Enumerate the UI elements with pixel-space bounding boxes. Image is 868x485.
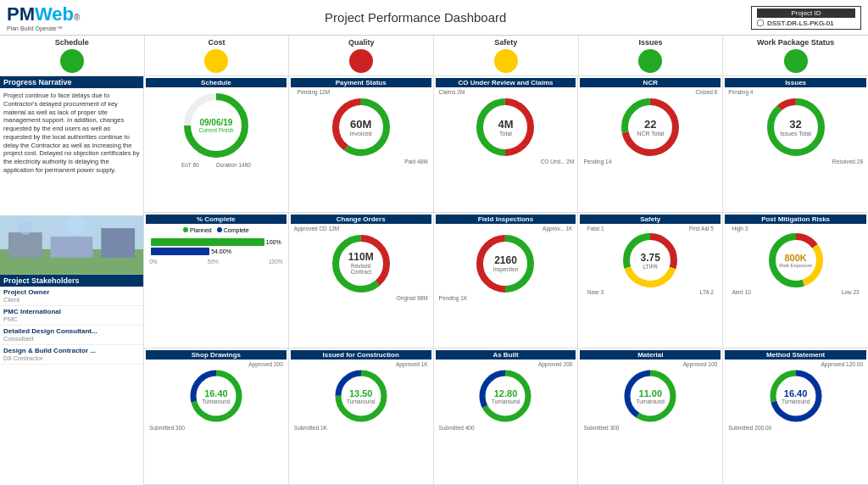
header: PMWeb® Plan Build Operate™ Project Perfo…	[0, 0, 868, 36]
project-id-checkbox[interactable]	[757, 20, 764, 26]
bar-complete	[151, 248, 209, 255]
svg-rect-2	[8, 232, 42, 258]
dashboard-row-2: % Complete Planned Complete 100% 54.00%	[144, 213, 868, 349]
sd-donut: 16.40 Turnaround	[183, 367, 249, 425]
ms-donut: 16.40 Turnaround	[763, 367, 829, 425]
project-id-value: DSST-DR-LS-PKG-01	[757, 20, 855, 27]
project-id-box: Project ID DSST-DR-LS-PKG-01	[751, 6, 861, 30]
bar-planned	[151, 238, 264, 246]
pmr-sublabel: Risk Exposure	[779, 263, 812, 268]
schedule-annotations: EoT 60 Duration 1460	[181, 162, 251, 168]
pmr-low: Low 23	[842, 289, 860, 295]
pmr-value: 800K	[779, 253, 812, 263]
schedule-duration: Duration 1460	[216, 162, 251, 168]
fi-value: 2160	[493, 254, 519, 266]
ab-submitted: Submitted 400	[439, 425, 475, 431]
sd-submitted: Submitted 300	[149, 425, 185, 431]
ms-value: 16.40	[782, 388, 810, 399]
co-cell: CO Under Review and Claims Claims 2M 4M …	[434, 76, 579, 212]
stakeholder-1-name: PMC International	[3, 308, 140, 315]
ifc-value: 13.50	[347, 388, 375, 399]
schedule-cell: Schedule 09/06/19 Current Finish EoT 60 …	[144, 76, 289, 212]
logo-web: Web	[35, 3, 74, 25]
ifc-submitted: Submitted 1K	[294, 425, 327, 431]
axis-100: 100%	[269, 259, 283, 265]
issues-indicator	[638, 49, 662, 73]
stakeholders-title: Project Stakeholders	[0, 275, 143, 287]
issues-cell: Issues Pending 4 32 Issues Total Resolve…	[723, 76, 868, 212]
logo-tagline: Plan Build Operate™	[7, 25, 80, 31]
post-mitigation-cell: Post Mitigation Risks High 3 800K Risk E…	[723, 213, 868, 348]
workpackage-indicator	[784, 49, 808, 73]
ms-approved: Approved 120.00	[821, 361, 863, 367]
ncr-value: 22	[637, 118, 664, 131]
ncr-title: NCR	[580, 78, 721, 87]
stakeholders-list: Project Owner Client PMC International P…	[0, 287, 143, 365]
pmr-top-labels: High 3	[732, 226, 860, 231]
ncr-donut: 22 NCR Total	[616, 95, 684, 159]
mat-value: 11.00	[637, 388, 665, 399]
payment-sublabel: Invoiced	[350, 131, 372, 137]
payment-donut: 60M Invoiced	[327, 95, 395, 159]
status-issues-label: Issues	[638, 38, 662, 47]
ab-value: 12.80	[492, 388, 520, 399]
project-image	[0, 215, 143, 275]
schedule-date: 09/06/19	[198, 118, 233, 127]
logo-pm: PM	[7, 3, 35, 25]
status-workpackage: Work Package Status	[723, 36, 868, 75]
field-inspections-cell: Field Inspections Approv... 1K 2160 Insp…	[434, 213, 579, 348]
schedule-sublabel: Current Finish	[198, 127, 233, 133]
change-orders-title: Change Orders	[291, 215, 431, 224]
pmr-donut: 800K Risk Exposure	[762, 231, 830, 289]
left-panel: Progress Narrative Project continue to f…	[0, 76, 144, 485]
status-safety: Safety	[434, 36, 579, 75]
safety-indicator	[494, 49, 518, 73]
bar-planned-pct: 100%	[266, 239, 281, 245]
issues-title: Issues	[725, 78, 866, 87]
co-donut2: 110M Revised Contract	[327, 231, 395, 295]
status-quality-label: Quality	[348, 38, 375, 47]
sd-sublabel: Turnaround	[202, 399, 230, 404]
ifc-sublabel: Turnaround	[347, 399, 375, 404]
status-quality: Quality	[289, 36, 434, 75]
co-title: CO Under Review and Claims	[436, 78, 576, 87]
as-built-title: As Built	[436, 350, 576, 360]
safety-fatal: Fatal 1	[587, 226, 604, 231]
ab-sublabel: Turnaround	[492, 399, 520, 404]
status-cost: Cost	[145, 36, 290, 75]
co-sublabel2: Revised Contract	[344, 263, 378, 275]
safety-first-aid: First Aid 5	[689, 226, 714, 231]
safety-bottom-labels: Near 3 LTA 2	[587, 289, 714, 295]
material-title: Material	[580, 350, 721, 360]
fi-donut: 2160 Inspection	[471, 231, 539, 295]
progress-narrative-title: Progress Narrative	[0, 76, 143, 88]
mat-sublabel: Turnaround	[637, 399, 665, 404]
payment-pending-label: Pending 12M	[298, 89, 330, 95]
dashboard-row-3: Shop Drawings Approved 200 16.40 Turnaro…	[144, 348, 868, 485]
ab-donut: 12.80 Turnaround	[472, 367, 538, 425]
schedule-donut: 09/06/19 Current Finish	[181, 91, 251, 160]
ms-submitted: Submitted 200.00	[728, 425, 771, 431]
stakeholder-1: PMC International PMC	[0, 306, 143, 326]
schedule-eot: EoT 60	[181, 162, 199, 168]
ms-sublabel: Turnaround	[782, 399, 810, 404]
as-built-cell: As Built Approved 200 12.80 Turnaround S…	[434, 348, 579, 484]
payment-title: Payment Status	[291, 78, 431, 87]
pmr-alert: Alert 10	[732, 289, 751, 295]
pct-complete-cell: % Complete Planned Complete 100% 54.00%	[144, 213, 289, 348]
shop-drawings-cell: Shop Drawings Approved 200 16.40 Turnaro…	[144, 348, 289, 484]
pmr-bottom-labels: Alert 10 Low 23	[732, 289, 860, 295]
logo-text: PMWeb®	[7, 3, 80, 25]
main-content: Progress Narrative Project continue to f…	[0, 76, 868, 485]
co-value: 4M	[498, 118, 513, 131]
safety-donut: 3.75 LTIFR	[616, 231, 684, 289]
status-schedule-label: Schedule	[55, 38, 89, 47]
stakeholder-0: Project Owner Client	[0, 287, 143, 306]
mat-approved: Approved 100	[683, 361, 718, 367]
sd-value: 16.40	[202, 388, 230, 399]
pct-legend: Planned Complete	[183, 227, 249, 233]
co-original: Original 98M	[397, 295, 428, 301]
safety-lta: LTA 2	[700, 289, 714, 295]
status-schedule: Schedule	[0, 36, 145, 75]
logo-reg: ®	[74, 13, 80, 22]
